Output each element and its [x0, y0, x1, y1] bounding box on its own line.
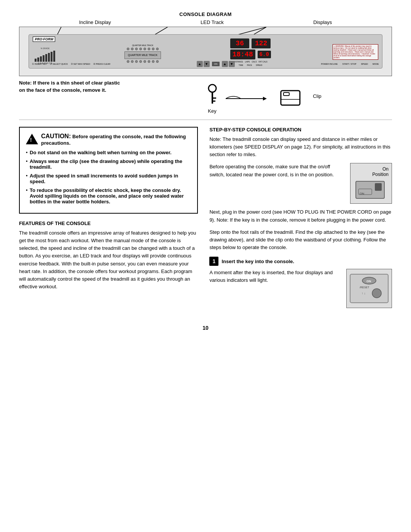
note-line1: Note: If there is a thin sheet of clear … — [19, 80, 120, 86]
incline-bar-6 — [48, 53, 50, 62]
warning-label: ⚠ WARNING: Misuse of this product may re… — [333, 44, 378, 60]
note-bold-line1: Note: If there is a thin sheet of clear … — [19, 80, 120, 86]
led-dot — [131, 48, 134, 50]
incline-bar-5 — [45, 54, 47, 62]
display-top-left: 36 — [230, 38, 249, 48]
quarter-mile-label: QUARTER MILE TRACK — [132, 44, 153, 46]
on-position-switch-svg: ON — [354, 179, 388, 200]
caution-triangle-icon — [26, 134, 38, 144]
section-divider — [19, 120, 392, 120]
diagram-labels: Incline Display LED Track Displays — [19, 19, 392, 25]
label-start-stop: START / STOP — [342, 63, 356, 65]
key-drawing: Key — [207, 84, 218, 114]
note-section: Note: If there is a thin sheet of clear … — [19, 80, 392, 114]
control-labels: POWER INCLINE START / STOP SPEED MODE — [321, 63, 379, 65]
btn-press-clear: ④ PRESS CLEAR — [93, 63, 110, 65]
arrow-down-incline[interactable]: ▼ — [204, 61, 210, 67]
displays-label: Displays — [313, 19, 332, 25]
mini-console-svg: ON /RESET ↑ ↓ — [348, 272, 390, 305]
display-bottom-left: 18:48 — [230, 50, 255, 59]
step-by-step-intro: Note: The treadmill console can display … — [209, 136, 392, 158]
caution-bullet-3-text: Adjust the speed in small increments to … — [30, 173, 178, 184]
caution-header: CAUTION: Before operating the console, r… — [26, 133, 191, 146]
clip-drawing: Clip — [279, 89, 306, 109]
svg-point-8 — [209, 85, 216, 92]
caution-box: CAUTION: Before operating the console, r… — [19, 127, 198, 214]
led-dot — [135, 48, 138, 50]
label-speed: SPEED — [361, 63, 368, 65]
numbered-buttons: ① INSERT KEY ② SELECT QUICK ③ SET MAX SP… — [32, 63, 110, 65]
led-track-label: LED Track — [201, 19, 224, 25]
caution-heading: CAUTION: Before operating the console, r… — [41, 133, 191, 146]
step-1-title: Insert the key into the console. — [221, 259, 294, 264]
btn-set-speed: ③ SET MAX SPEED — [71, 63, 90, 65]
display-top-right: 122 — [252, 38, 271, 48]
led-dot — [152, 48, 155, 50]
btn-select: ② SELECT QUICK — [50, 63, 68, 65]
incline-display-label: Incline Display — [79, 19, 111, 25]
clip-label: Clip — [313, 93, 321, 99]
right-column: STEP-BY-STEP CONSOLE OPERATION Note: The… — [209, 127, 392, 313]
label-mode: MODE — [373, 63, 379, 65]
svg-text:ON: ON — [360, 192, 364, 195]
main-columns: CAUTION: Before operating the console, r… — [19, 127, 392, 313]
grade-label: % GRADE — [41, 47, 50, 50]
position-label: Position — [354, 172, 389, 177]
step-1-text: A moment after the key is inserted, the … — [209, 269, 342, 284]
led-track-area: QUARTER MILE TRACK QUARTER MILE TRACK — [124, 44, 161, 63]
step-1-header: 1 Insert the key into the console. — [209, 257, 392, 266]
step-1-number: 1 — [209, 257, 218, 266]
caution-bullet-4: To reduce the possibility of electric sh… — [26, 187, 191, 204]
on-position-label-row: On Position — [354, 166, 389, 177]
svg-text:↑ ↓: ↑ ↓ — [362, 292, 365, 295]
incline-bar-4 — [43, 55, 45, 62]
svg-rect-15 — [284, 93, 289, 96]
before-operating-section: Before operating the console, make sure … — [209, 163, 392, 204]
caution-bullet-2: Always wear the clip (see the drawing ab… — [26, 158, 191, 170]
step-by-step-title: STEP-BY-STEP CONSOLE OPERATION — [209, 127, 392, 133]
svg-rect-9 — [212, 92, 213, 104]
svg-marker-13 — [263, 97, 267, 101]
incline-bar-7 — [51, 52, 53, 62]
step-1-block: 1 Insert the key into the console. A mom… — [209, 257, 392, 308]
before-operating-text: Before operating the console, make sure … — [209, 163, 346, 178]
arrow-up-incline[interactable]: ▲ — [197, 61, 203, 67]
step-1-body: A moment after the key is inserted, the … — [209, 269, 392, 308]
led-dot — [127, 48, 129, 50]
svg-text:/RESET: /RESET — [360, 286, 370, 289]
label-power-incline: POWER INCLINE — [321, 63, 338, 65]
svg-rect-18 — [375, 183, 382, 191]
arrow-down-speed[interactable]: ▼ — [229, 61, 235, 67]
on-label: On — [354, 166, 389, 172]
key-to-clip-arrow — [226, 94, 271, 104]
next-plug-text: Next, plug in the power cord (see HOW TO… — [209, 208, 392, 224]
svg-rect-10 — [213, 97, 216, 99]
on-button[interactable]: ON — [212, 62, 220, 66]
top-displays-row: 36 122 — [230, 38, 271, 48]
incline-bar-8 — [53, 51, 55, 62]
mini-console-illustration: ON /RESET ↑ ↓ — [346, 269, 392, 308]
clip-icon — [279, 89, 306, 108]
console-diagram-title: CONSOLE DIAGRAM — [19, 11, 392, 17]
bottom-controls-area: ① INSERT KEY ② SELECT QUICK ③ SET MAX SP… — [32, 61, 379, 67]
left-column: CAUTION: Before operating the console, r… — [19, 127, 198, 313]
key-icon — [207, 84, 218, 107]
note-bold-line2: on the face of the console, remove it. — [19, 87, 106, 93]
led-dot — [156, 48, 159, 50]
power-incline-arrows: ▲ ▼ — [197, 61, 210, 67]
bottom-displays-row: 18:48 6.0 — [230, 50, 271, 59]
arrow-up-speed[interactable]: ▲ — [222, 61, 228, 67]
caution-bullet-3: Adjust the speed in small increments to … — [26, 173, 191, 184]
quarter-mile-box: QUARTER MILE TRACK — [124, 51, 161, 59]
svg-point-26 — [372, 289, 381, 298]
led-dot — [148, 48, 150, 50]
caution-bullets-list: Do not stand on the walking belt when tu… — [26, 150, 191, 204]
note-line2: on the face of the console, remove it. — [19, 87, 120, 93]
led-row-1 — [127, 48, 159, 50]
features-title: FEATURES OF THE CONSOLE — [19, 220, 198, 226]
arrow-controls: ▲ ▼ ON ▲ ▼ — [197, 61, 235, 67]
caution-bullet-2-text: Always wear the clip (see the drawing ab… — [30, 158, 182, 170]
caution-title: CAUTION: — [41, 133, 71, 139]
on-position-text: On Position — [354, 166, 389, 177]
features-body: The treadmill console offers an impressi… — [19, 229, 198, 291]
